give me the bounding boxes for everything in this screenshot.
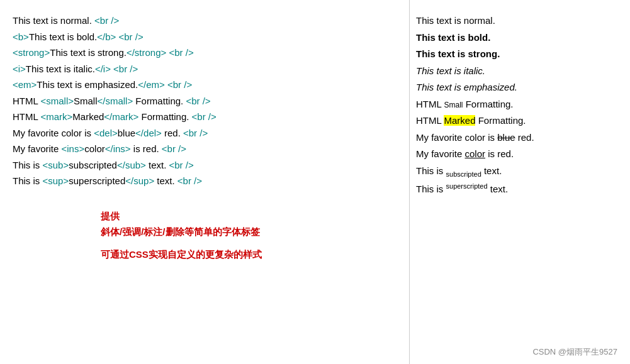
footer: CSDN @烟雨平生9527 xyxy=(532,346,617,358)
right-line-mark: HTML Marked Formatting. xyxy=(416,113,617,129)
text-ins: color xyxy=(84,143,105,154)
right-line-small: HTML Small Formatting. xyxy=(416,96,617,113)
tag-sup-open: <sup> xyxy=(43,175,69,186)
text-sup: superscripted xyxy=(69,175,125,186)
text-del: blue xyxy=(118,128,135,138)
tag-sup-close: </sup> xyxy=(125,175,154,186)
bottom-link: 可通过CSS实现自定义的更复杂的样式 xyxy=(101,246,397,263)
code-line-2: <b>This text is bold.</b> <br /> xyxy=(13,29,397,45)
tag-ins-close: </ins> xyxy=(105,143,131,154)
tag-br-3: <br /> xyxy=(169,47,194,58)
right-line-bold: This text is bold. xyxy=(416,30,617,46)
bottom-section: 提供 斜体/强调/标注/删除等简单的字体标签 可通过CSS实现自定义的更复杂的样… xyxy=(13,208,397,263)
code-line-9: My favorite <ins>color</ins> is red. <br… xyxy=(13,141,397,157)
tag-i-open: <i> xyxy=(13,63,26,74)
text-sub: subscripted xyxy=(69,160,117,170)
text-italic: This text is italic. xyxy=(26,63,95,74)
divider-vertical xyxy=(409,0,410,364)
text-strong: This text is strong. xyxy=(50,47,127,58)
tag-small-open: <small> xyxy=(40,96,74,106)
left-panel: This text is normal. <br /> <b>This text… xyxy=(0,0,409,364)
right-panel: This text is normal. This text is bold. … xyxy=(409,0,630,364)
tag-br-4: <br /> xyxy=(113,63,138,74)
text-small: Small xyxy=(74,96,98,106)
code-line-5: <em>This text is emphasized.</em> <br /> xyxy=(13,77,397,93)
tag-mark-open: <mark> xyxy=(40,111,72,122)
right-line-sup: This is superscripted text. xyxy=(416,180,617,197)
text-html-mark-1: HTML xyxy=(13,111,40,122)
text-red-1: red. xyxy=(162,128,183,138)
right-line-em: This text is emphasized. xyxy=(416,79,617,96)
code-line-3: <strong>This text is strong.</strong> <b… xyxy=(13,45,397,61)
tag-small-close: </small> xyxy=(98,96,133,106)
tag-em-open: <em> xyxy=(13,79,37,90)
right-line-strong: This text is strong. xyxy=(416,46,617,62)
tag-ins-open: <ins> xyxy=(62,143,85,154)
code-line-1: This text is normal. <br /> xyxy=(13,13,397,29)
tag-sub-close: </sub> xyxy=(117,160,146,170)
text-em: This text is emphasized. xyxy=(37,79,138,90)
text-sub-2: text. xyxy=(146,160,169,170)
text-fav-2: My favorite xyxy=(13,143,62,154)
text-sub-1: This is xyxy=(13,160,43,170)
text-formatting-1: Formatting. xyxy=(133,96,186,106)
bottom-subtitle: 斜体/强调/标注/删除等简单的字体标签 xyxy=(101,224,397,240)
text-html-small-1: HTML xyxy=(13,96,40,106)
tag-b-close: </b> xyxy=(97,31,116,42)
tag-br-10: <br /> xyxy=(169,160,194,170)
tag-br-5: <br /> xyxy=(167,79,192,90)
text-marked: Marked xyxy=(72,111,104,122)
code-line-11: This is <sup>superscripted</sup> text. <… xyxy=(13,173,397,189)
right-line-normal: This text is normal. xyxy=(416,13,617,29)
tag-del-open: <del> xyxy=(94,128,118,138)
text-sup-2: text. xyxy=(154,175,177,186)
tag-i-close: </i> xyxy=(95,63,111,74)
text-formatting-2: Formatting. xyxy=(138,111,191,122)
right-line-italic: This text is italic. xyxy=(416,63,617,79)
tag-strong-open: <strong> xyxy=(13,47,50,58)
text-bold: This text is bold. xyxy=(29,31,97,42)
tag-br-7: <br /> xyxy=(192,111,217,122)
code-line-7: HTML <mark>Marked</mark> Formatting. <br… xyxy=(13,109,397,125)
tag-br-11: <br /> xyxy=(177,175,202,186)
tag-del-close: </del> xyxy=(135,128,162,138)
tag-br-1: <br /> xyxy=(94,15,119,26)
tag-br-6: <br /> xyxy=(186,96,210,106)
right-line-del: My favorite color is blue red. xyxy=(416,130,617,146)
tag-br-8: <br /> xyxy=(183,128,208,138)
right-line-ins: My favorite color is red. xyxy=(416,146,617,162)
right-line-sub: This is subscripted text. xyxy=(416,163,617,180)
tag-sub-open: <sub> xyxy=(43,160,69,170)
text-sup-1: This is xyxy=(13,175,43,186)
code-line-6: HTML <small>Small</small> Formatting. <b… xyxy=(13,93,397,109)
text-fav-1: My favorite color is xyxy=(13,128,94,138)
tag-b-open: <b> xyxy=(13,31,29,42)
text-normal-1: This text is normal. xyxy=(13,15,94,26)
code-line-8: My favorite color is <del>blue</del> red… xyxy=(13,125,397,141)
tag-br-2: <br /> xyxy=(118,31,143,42)
code-line-4: <i>This text is italic.</i> <br /> xyxy=(13,61,397,77)
tag-mark-close: </mark> xyxy=(104,111,138,122)
text-red-2: is red. xyxy=(131,143,162,154)
tag-em-close: </em> xyxy=(138,79,165,90)
bottom-title: 提供 xyxy=(101,208,397,224)
page-container: This text is normal. <br /> <b>This text… xyxy=(0,0,630,364)
code-line-10: This is <sub>subscripted</sub> text. <br… xyxy=(13,157,397,174)
tag-strong-close: </strong> xyxy=(127,47,166,58)
tag-br-9: <br /> xyxy=(162,143,186,154)
